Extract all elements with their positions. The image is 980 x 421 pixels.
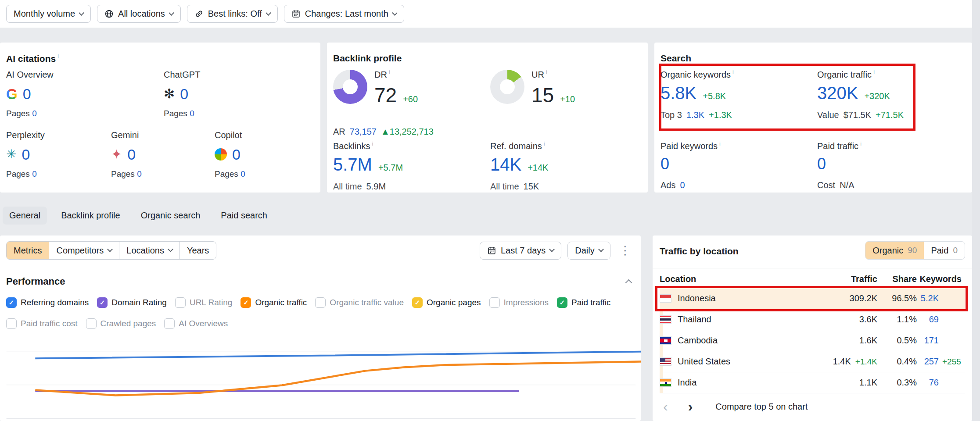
info-icon[interactable]: i <box>544 140 545 147</box>
checkbox-organic-traffic[interactable]: ✓Organic traffic <box>241 297 307 308</box>
checkbox-organic-traffic-value[interactable]: Organic traffic value <box>315 297 404 308</box>
checkbox-box[interactable]: ✓ <box>412 297 423 308</box>
ar-value[interactable]: 73,157 <box>350 127 377 137</box>
organic-keywords-value[interactable]: 5.8K <box>661 83 696 103</box>
info-icon[interactable]: i <box>873 69 875 75</box>
tab-general[interactable]: General <box>3 207 47 225</box>
granularity-dropdown[interactable]: Daily <box>567 242 610 260</box>
checkbox-url-rating[interactable]: URL Rating <box>175 297 233 308</box>
info-icon[interactable]: i <box>719 140 721 147</box>
scrollbar-gutter[interactable] <box>972 0 980 421</box>
checkbox-box[interactable]: ✓ <box>97 297 108 308</box>
next-page-chevron-icon[interactable]: › <box>685 400 696 413</box>
ref-domains-label: Ref. domainsi <box>490 140 548 151</box>
info-icon[interactable]: i <box>732 69 734 75</box>
ai-citation-count[interactable]: 0 <box>127 146 136 163</box>
location-row-thailand[interactable]: Thailand3.6K1.1%69 <box>660 309 965 330</box>
checkbox-box[interactable]: ✓ <box>241 297 251 308</box>
keywords-value[interactable]: 257 <box>924 357 939 367</box>
ar-delta: ▲13,252,713 <box>381 127 434 137</box>
organic-traffic-value[interactable]: 320K <box>817 83 858 103</box>
changes-label: Changes: Last month <box>305 9 388 19</box>
top3-value[interactable]: 1.3K <box>686 110 704 120</box>
ref-domains-value[interactable]: 14K <box>490 155 521 175</box>
checkbox-organic-pages[interactable]: ✓Organic pages <box>412 297 481 308</box>
checkbox-referring-domains[interactable]: ✓Referring domains <box>6 297 89 308</box>
info-icon[interactable]: i <box>372 140 373 147</box>
keywords-value[interactable]: 171 <box>924 335 939 346</box>
ai-citation-count[interactable]: 0 <box>23 86 31 103</box>
changes-dropdown[interactable]: Changes: Last month <box>284 5 404 23</box>
value-delta: +71.5K <box>876 110 904 120</box>
checkbox-box[interactable] <box>489 297 500 308</box>
checkbox-box[interactable]: ✓ <box>6 297 17 308</box>
checkbox-impressions[interactable]: Impressions <box>489 297 549 308</box>
segment-competitors[interactable]: Competitors <box>49 242 119 259</box>
checkbox-paid-traffic[interactable]: ✓Paid traffic <box>557 297 610 308</box>
checkbox-domain-rating[interactable]: ✓Domain Rating <box>97 297 167 308</box>
checkbox-crawled-pages[interactable]: Crawled pages <box>86 318 156 329</box>
ai-source-label: Gemini <box>111 130 142 140</box>
ai-citation-count[interactable]: 0 <box>232 146 241 163</box>
checkbox-label: Impressions <box>504 298 549 307</box>
granularity-label: Daily <box>575 246 594 256</box>
segment-years[interactable]: Years <box>179 242 216 259</box>
collapse-section-chevron-icon[interactable] <box>625 279 632 286</box>
traffic-by-location-title: Traffic by location <box>660 246 739 257</box>
paid-traffic-value[interactable]: 0 <box>817 155 826 173</box>
prev-page-chevron-icon[interactable]: ‹ <box>660 400 671 413</box>
info-icon[interactable]: i <box>389 69 390 75</box>
paid-keywords-block: Paid keywordsi 0 Ads 0 <box>661 140 721 190</box>
location-row-cambodia[interactable]: Cambodia1.6K0.5%171 <box>660 330 965 351</box>
ai-source-label: ChatGPT <box>164 70 200 80</box>
location-row-india[interactable]: India1.1K0.3%76 <box>660 372 965 393</box>
checkbox-box[interactable]: ✓ <box>557 297 567 308</box>
location-row-indonesia[interactable]: Indonesia309.2K96.5%5.2K <box>660 288 965 309</box>
monthly-volume-dropdown[interactable]: Monthly volume <box>6 5 91 23</box>
ai-citation-count[interactable]: 0 <box>180 86 188 103</box>
keywords-value[interactable]: 5.2K <box>921 293 939 303</box>
paid-keywords-value[interactable]: 0 <box>661 155 669 173</box>
triangle-up-icon: ▲ <box>381 127 390 136</box>
metric-checkbox-row-1: ✓Referring domains✓Domain RatingURL Rati… <box>6 296 610 309</box>
checkbox-box[interactable] <box>86 318 97 329</box>
checkbox-box[interactable] <box>6 318 17 329</box>
checkbox-box[interactable] <box>164 318 175 329</box>
ai-pages-count[interactable]: 0 <box>137 169 142 178</box>
ai-pages-count[interactable]: 0 <box>32 169 37 178</box>
dr-delta: +60 <box>403 94 418 104</box>
ai-pages-count[interactable]: 0 <box>241 169 245 178</box>
checkbox-ai-overviews[interactable]: AI Overviews <box>164 318 228 329</box>
toggle-paid[interactable]: Paid 0 <box>924 242 965 259</box>
more-options-kebab-icon[interactable]: ⋮ <box>617 241 634 260</box>
info-icon[interactable]: i <box>860 140 862 147</box>
performance-section-title: Performance <box>6 276 65 287</box>
checkbox-box[interactable] <box>315 297 326 308</box>
keywords-value[interactable]: 69 <box>929 314 939 325</box>
all-locations-dropdown[interactable]: All locations <box>97 5 181 23</box>
keywords-value[interactable]: 76 <box>929 378 939 388</box>
share-cell: 96.5% <box>877 293 917 303</box>
checkbox-box[interactable] <box>175 297 186 308</box>
ads-value[interactable]: 0 <box>680 180 685 190</box>
ai-citation-count[interactable]: 0 <box>22 146 30 163</box>
toggle-organic[interactable]: Organic 90 <box>865 242 924 259</box>
segment-metrics[interactable]: Metrics <box>7 242 49 259</box>
info-icon[interactable]: i <box>546 69 547 75</box>
date-range-dropdown[interactable]: Last 7 days <box>480 242 561 260</box>
divider <box>653 268 972 268</box>
domain-rating-block: DRi 72 +60 <box>374 69 418 107</box>
tab-organic-search[interactable]: Organic search <box>134 207 207 225</box>
checkbox-paid-traffic-cost[interactable]: Paid traffic cost <box>6 318 78 329</box>
ai-pages-count[interactable]: 0 <box>190 109 194 118</box>
info-icon[interactable]: i <box>57 53 59 60</box>
alltime-label: All time <box>333 182 362 192</box>
best-links-dropdown[interactable]: Best links: Off <box>187 5 278 23</box>
keywords-cell: 171 <box>917 335 965 346</box>
segment-locations[interactable]: Locations <box>119 242 179 259</box>
backlinks-value[interactable]: 5.7M <box>333 155 372 175</box>
tab-paid-search[interactable]: Paid search <box>214 207 274 225</box>
ai-pages-count[interactable]: 0 <box>32 109 37 118</box>
location-row-united-states[interactable]: United States1.4K+1.4K0.4%257+255 <box>660 351 965 372</box>
tab-backlink-profile[interactable]: Backlink profile <box>54 207 127 225</box>
